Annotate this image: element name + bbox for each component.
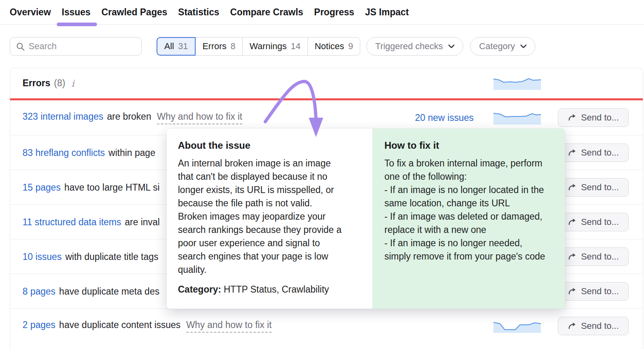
issue-desc: have duplicate meta des (59, 286, 159, 297)
issue-link[interactable]: 323 internal images (23, 111, 103, 122)
fix-title: How to fix it (384, 140, 553, 151)
issue-desc: have too large HTML si (64, 182, 160, 193)
issue-link[interactable]: 15 pages (23, 182, 61, 193)
issue-desc: have duplicate content issues (59, 319, 181, 330)
triggered-checks-dropdown[interactable]: Triggered checks (366, 37, 463, 56)
about-title: About the issue (178, 140, 361, 151)
send-arrow-icon (568, 322, 576, 330)
search-box[interactable] (10, 37, 142, 56)
chevron-down-icon (448, 44, 454, 48)
about-body: An internal broken image is an image tha… (178, 157, 361, 276)
new-issues-link[interactable]: 20 new issues (415, 112, 474, 123)
search-input[interactable] (29, 37, 137, 55)
top-nav: Overview Issues Crawled Pages Statistics… (0, 0, 644, 25)
issue-link[interactable]: 10 issues (23, 251, 62, 262)
tab-crawled-pages[interactable]: Crawled Pages (101, 0, 167, 25)
active-tab-underline (57, 23, 97, 26)
send-arrow-icon (568, 252, 576, 261)
why-how-to-fix-link[interactable]: Why and how to fix it (157, 111, 242, 125)
info-icon[interactable]: i (71, 78, 74, 89)
send-to-button[interactable]: Send to... (558, 178, 629, 197)
errors-card: Errors (8) i 323 internal images are bro… (10, 68, 643, 349)
issue-desc: within page (109, 147, 155, 158)
issue-link[interactable]: 11 structured data items (23, 216, 121, 227)
category-value: HTTP Status, Crawlability (224, 284, 329, 295)
how-to-fix-panel: How to fix it To fix a broken internal i… (372, 129, 565, 309)
send-to-button[interactable]: Send to... (558, 282, 629, 301)
why-how-to-fix-link[interactable]: Why and how to fix it (186, 319, 272, 332)
tab-statistics[interactable]: Statistics (178, 0, 219, 25)
filter-warnings-count: 14 (291, 41, 300, 52)
issue-desc: are broken (107, 111, 151, 122)
issue-link[interactable]: 83 hreflang conflicts (23, 147, 105, 158)
issue-link[interactable]: 2 pages (23, 319, 56, 330)
filter-errors[interactable]: Errors 8 (195, 37, 243, 56)
filter-bar: All 31 Errors 8 Warnings 14 Notices 9 Tr… (10, 37, 535, 56)
issue-desc: are inval (125, 216, 160, 227)
filter-notices-count: 9 (348, 41, 353, 52)
about-the-issue-panel: About the issue An internal broken image… (167, 129, 372, 309)
errors-card-header: Errors (8) i (10, 68, 643, 98)
category-line: Category: HTTP Status, Crawlability (178, 284, 361, 295)
send-arrow-icon (568, 148, 576, 157)
issue-popup: About the issue An internal broken image… (167, 129, 565, 309)
tab-overview[interactable]: Overview (10, 0, 51, 25)
issue-type-filter: All 31 Errors 8 Warnings 14 Notices 9 (157, 37, 360, 56)
issue-desc: with duplicate title tags (65, 251, 158, 262)
send-to-button[interactable]: Send to... (558, 317, 629, 335)
site-audit-issues-page: Overview Issues Crawled Pages Statistics… (0, 0, 644, 349)
send-arrow-icon (568, 183, 576, 192)
filter-all-count: 31 (178, 41, 188, 52)
send-arrow-icon (568, 218, 576, 226)
send-to-button[interactable]: Send to... (558, 247, 629, 266)
send-arrow-icon (568, 113, 576, 122)
tab-progress[interactable]: Progress (314, 0, 354, 25)
send-arrow-icon (568, 287, 576, 296)
tab-compare-crawls[interactable]: Compare Crawls (230, 0, 303, 25)
send-to-button[interactable]: Send to... (558, 108, 629, 127)
search-icon (16, 42, 25, 51)
tab-issues[interactable]: Issues (62, 0, 91, 25)
errors-count: (8) (54, 78, 65, 89)
tab-js-impact[interactable]: JS Impact (365, 0, 409, 25)
issue-trend-sparkline (493, 111, 541, 125)
filter-notices[interactable]: Notices 9 (308, 37, 361, 56)
issue-trend-sparkline (493, 319, 541, 333)
filter-warnings[interactable]: Warnings 14 (242, 37, 308, 56)
filter-all[interactable]: All 31 (157, 37, 196, 56)
category-label: Category: (178, 284, 221, 295)
issue-row-duplicate-content: 2 pages have duplicate content issues Wh… (10, 308, 643, 343)
issue-link[interactable]: 8 pages (23, 286, 56, 297)
errors-trend-sparkline (493, 76, 541, 90)
send-to-button[interactable]: Send to... (558, 143, 629, 162)
filter-errors-count: 8 (231, 41, 235, 52)
fix-body: To fix a broken internal image, perform … (384, 157, 553, 263)
category-dropdown[interactable]: Category (470, 37, 535, 56)
send-to-button[interactable]: Send to... (558, 213, 629, 231)
errors-title: Errors (23, 78, 50, 89)
chevron-down-icon (520, 44, 526, 48)
